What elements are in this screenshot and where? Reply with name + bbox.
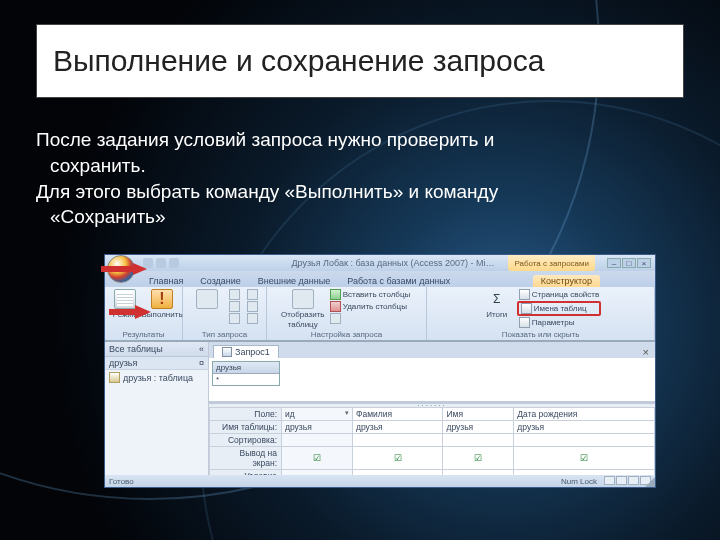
datasheet-icon (114, 289, 136, 309)
collapse-icon[interactable]: ¤ (199, 358, 204, 368)
grid-cell[interactable] (514, 434, 655, 447)
query-icon (247, 313, 258, 324)
document-tab-label: Запрос1 (235, 347, 270, 357)
grid-cell[interactable]: Фамилия (352, 408, 442, 421)
querytype-button[interactable] (245, 289, 260, 300)
grid-cell[interactable]: ☑ (352, 447, 442, 470)
row-field-label: Поле: (210, 408, 282, 421)
maximize-button[interactable]: □ (622, 258, 636, 268)
delete-columns-button[interactable]: Удалить столбцы (328, 301, 413, 312)
slide-title-bar: Выполнение и сохранение запроса (36, 24, 684, 98)
table-field-list[interactable]: друзья * (212, 361, 280, 386)
nav-group[interactable]: друзья ¤ (105, 357, 208, 370)
grid-cell[interactable]: Имя (443, 408, 514, 421)
grid-cell[interactable]: друзья (443, 421, 514, 434)
select-query-button[interactable] (190, 289, 224, 309)
view-icon[interactable] (604, 476, 615, 485)
numlock-indicator: Num Lock (561, 477, 597, 486)
grid-cell[interactable]: ☑ (443, 447, 514, 470)
checkbox-checked-icon[interactable]: ☑ (285, 453, 349, 463)
querytype-button[interactable] (227, 313, 242, 324)
insert-icon (330, 289, 341, 300)
dropdown-icon[interactable]: ▾ (345, 409, 349, 417)
grid-cell[interactable]: друзья (352, 421, 442, 434)
status-text: Готово (109, 477, 134, 486)
parameters-button[interactable]: Параметры (517, 317, 601, 328)
querytype-button[interactable] (245, 301, 260, 312)
totals-button[interactable]: Σ Итоги (480, 289, 514, 319)
button-label: Отобразить (281, 310, 325, 319)
document-area: Запрос1 × друзья * ∙∙∙∙∙∙∙ Поле: ид (209, 342, 655, 475)
grid-cell[interactable]: ☑ (514, 447, 655, 470)
property-sheet-button[interactable]: Страница свойств (517, 289, 601, 300)
button-label: Имена таблиц (534, 304, 587, 313)
grid-cell[interactable]: Дата рождения (514, 408, 655, 421)
context-tab-header: Работа с запросами (508, 255, 595, 271)
grid-cell[interactable] (443, 434, 514, 447)
resize-grip[interactable] (645, 477, 655, 487)
nav-group-label: друзья (109, 358, 137, 368)
group-label: Показать или скрыть (502, 330, 580, 340)
show-table-button[interactable]: Отобразить таблицу (281, 289, 325, 329)
run-icon (151, 289, 173, 309)
body-line: «Сохранить» (36, 205, 684, 229)
nav-header[interactable]: Все таблицы « (105, 342, 208, 357)
group-label: Тип запроса (202, 330, 247, 340)
property-icon (519, 289, 530, 300)
query-icon (229, 289, 240, 300)
query-icon (229, 313, 240, 324)
table-names-button[interactable]: Имена таблиц (517, 301, 601, 316)
show-table-icon (292, 289, 314, 309)
window-titlebar: Друзья Лобак : база данных (Access 2007)… (105, 255, 655, 271)
navigation-pane: Все таблицы « друзья ¤ друзья : таблица (105, 342, 209, 475)
insert-columns-button[interactable]: Вставить столбцы (328, 289, 413, 300)
tablenames-icon (521, 303, 532, 314)
document-tab[interactable]: Запрос1 (213, 345, 279, 358)
return-icon (330, 313, 341, 324)
undo-icon[interactable] (156, 258, 166, 268)
checkbox-checked-icon[interactable]: ☑ (517, 453, 651, 463)
view-icon[interactable] (616, 476, 627, 485)
checkbox-checked-icon[interactable]: ☑ (446, 453, 510, 463)
querytype-button[interactable] (245, 313, 260, 324)
document-tabs: Запрос1 × (209, 342, 655, 358)
status-bar: Готово Num Lock (105, 475, 655, 487)
minimize-button[interactable]: – (607, 258, 621, 268)
ribbon-tabstrip: Главная Создание Внешние данные Работа с… (105, 271, 655, 287)
button-label: Параметры (532, 318, 575, 327)
arrow-to-run-icon (135, 305, 151, 319)
table-row[interactable]: * (213, 374, 279, 385)
close-button[interactable]: × (637, 258, 651, 268)
return-button[interactable] (328, 313, 413, 324)
querytype-button[interactable] (227, 289, 242, 300)
grid-cell[interactable] (352, 434, 442, 447)
tab-home[interactable]: Главная (141, 275, 191, 287)
tab-dbtools[interactable]: Работа с базами данных (339, 275, 458, 287)
redo-icon[interactable] (169, 258, 179, 268)
close-document-button[interactable]: × (637, 346, 655, 358)
view-icon[interactable] (628, 476, 639, 485)
query-design-upper[interactable]: друзья * (209, 358, 655, 404)
tab-create[interactable]: Создание (192, 275, 249, 287)
tab-external[interactable]: Внешние данные (250, 275, 338, 287)
grid-cell[interactable]: ☑ (282, 447, 353, 470)
query-icon (229, 301, 240, 312)
params-icon (519, 317, 530, 328)
query-icon (222, 347, 232, 357)
group-label: Результаты (122, 330, 164, 340)
select-query-icon (196, 289, 218, 309)
grid-cell[interactable] (282, 434, 353, 447)
delete-icon (330, 301, 341, 312)
view-switcher[interactable] (603, 476, 651, 487)
tab-design[interactable]: Конструктор (533, 275, 600, 287)
quick-access-toolbar[interactable] (143, 258, 179, 268)
query-design-grid[interactable]: Поле: ид▾ Фамилия Имя Дата рождения Имя … (209, 407, 655, 475)
grid-cell[interactable]: друзья (282, 421, 353, 434)
grid-cell[interactable]: ид▾ (282, 408, 353, 421)
nav-item-table[interactable]: друзья : таблица (105, 370, 208, 385)
checkbox-checked-icon[interactable]: ☑ (356, 453, 439, 463)
button-label: Итоги (486, 310, 507, 319)
chevron-left-icon[interactable]: « (199, 344, 204, 354)
querytype-button[interactable] (227, 301, 242, 312)
grid-cell[interactable]: друзья (514, 421, 655, 434)
